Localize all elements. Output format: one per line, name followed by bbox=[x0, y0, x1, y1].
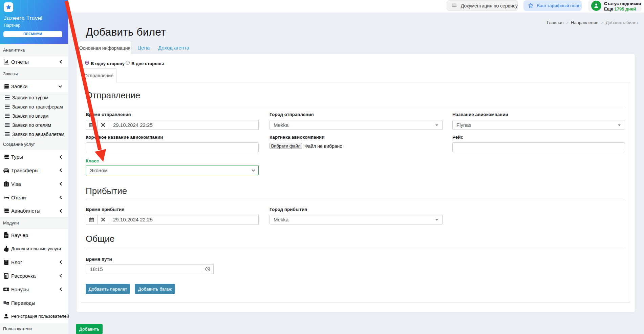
svg-text:Я: Я bbox=[7, 302, 8, 304]
svg-text:A: A bbox=[4, 301, 6, 303]
